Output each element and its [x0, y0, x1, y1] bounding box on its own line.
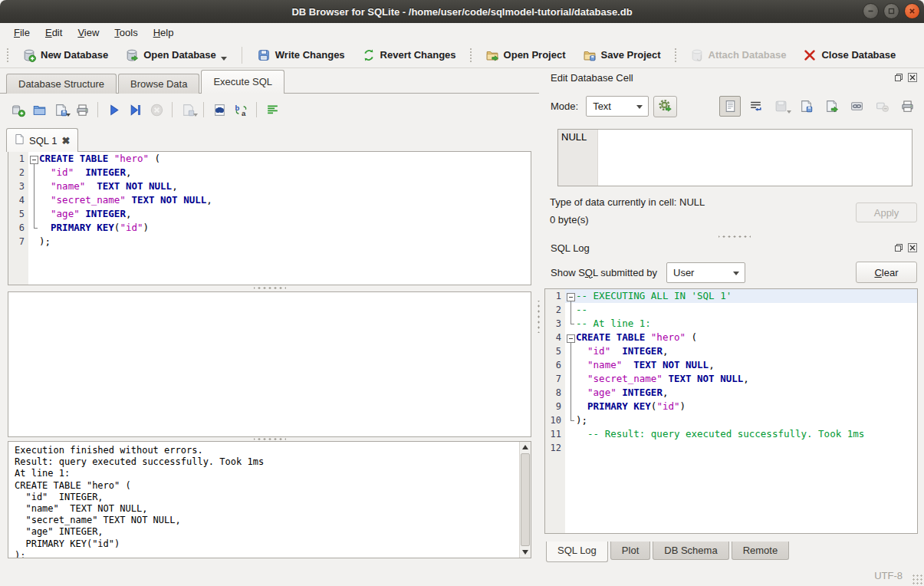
encoding-indicator[interactable]: UTF-8	[874, 570, 903, 581]
code-line: 6 PRIMARY KEY("id")	[8, 221, 531, 235]
open-project-button[interactable]: Open Project	[478, 45, 573, 65]
maximize-icon[interactable]	[883, 3, 899, 19]
bottom-tab-plot[interactable]: Plot	[610, 542, 650, 560]
stop-button[interactable]	[146, 100, 166, 120]
dropdown-caret-icon[interactable]	[221, 57, 227, 61]
resize-grip-icon[interactable]	[912, 574, 922, 584]
code-line: 4 "secret_name" TEXT NOT NULL,	[8, 193, 531, 207]
tab-browse-data[interactable]: Browse Data	[118, 74, 199, 94]
close-icon[interactable]	[904, 3, 920, 19]
code-line: 4CREATE TABLE "hero" (	[545, 331, 917, 344]
tab-execute-sql[interactable]: Execute SQL	[201, 70, 284, 94]
open-project-icon	[485, 48, 499, 62]
vertical-scrollbar[interactable]	[519, 442, 531, 558]
menu-tools[interactable]: Tools	[107, 25, 145, 41]
menu-help[interactable]: Help	[146, 25, 182, 41]
tab-database-structure[interactable]: Database Structure	[6, 74, 117, 94]
code-line: 2--	[545, 303, 917, 317]
dock-splitter-handle[interactable]	[718, 235, 751, 239]
import-data-button[interactable]	[770, 96, 791, 117]
dock-close-icon[interactable]	[908, 243, 918, 253]
copy-link-button[interactable]	[846, 96, 867, 117]
toolbar-separator	[203, 102, 204, 117]
new-sql-tab-button[interactable]	[8, 100, 28, 120]
results-grid-pane[interactable]	[8, 291, 531, 437]
scroll-down-icon[interactable]	[520, 547, 531, 558]
dock-float-icon[interactable]	[894, 73, 904, 83]
sql-tab-label: SQL 1	[29, 135, 57, 146]
bottom-tab-sql-log[interactable]: SQL Log	[546, 542, 608, 562]
dropdown-caret-icon[interactable]	[193, 114, 198, 117]
dock-float-icon[interactable]	[894, 243, 904, 253]
panel-splitter[interactable]	[537, 69, 543, 564]
clear-button[interactable]: Clear	[856, 262, 917, 283]
toolbar-button-label: Open Project	[504, 49, 566, 61]
dock-close-icon[interactable]	[908, 73, 918, 83]
find-icon	[212, 103, 227, 117]
splitter-handle[interactable]	[254, 286, 286, 290]
save-results-button[interactable]	[178, 100, 198, 120]
save-sql-file-button[interactable]	[51, 100, 71, 120]
apply-button[interactable]: Apply	[856, 202, 917, 222]
minimize-icon[interactable]	[863, 3, 879, 19]
save-project-button[interactable]: Save Project	[576, 45, 668, 65]
code-line: 3 "name" TEXT NOT NULL,	[8, 179, 531, 193]
print-button[interactable]	[896, 96, 918, 117]
cell-value: NULL	[558, 130, 598, 186]
tab-close-icon[interactable]: ✖	[61, 135, 70, 146]
title-bar[interactable]: DB Browser for SQLite - /home/user/code/…	[0, 0, 924, 23]
edit-cell-dock-header: Edit Database Cell	[551, 71, 918, 84]
toolbar-separator	[97, 102, 98, 117]
mode-value: Text	[593, 100, 611, 112]
print-button[interactable]	[72, 100, 92, 120]
format-sql-button[interactable]	[262, 100, 282, 120]
fold-marker-icon[interactable]	[565, 289, 576, 303]
code-line: 7);	[8, 235, 531, 249]
sql-log-dock-header: SQL Log	[551, 241, 918, 255]
menu-edit[interactable]: Edit	[38, 25, 70, 41]
menu-view[interactable]: View	[70, 25, 107, 41]
execute-all-button[interactable]	[104, 100, 123, 120]
open-sql-file-button[interactable]	[29, 100, 49, 120]
scroll-up-icon[interactable]	[520, 442, 531, 453]
dock-area: Edit Database Cell Mode: Text NULL Type …	[544, 67, 924, 564]
find-replace-button[interactable]: ba	[231, 100, 251, 120]
auto-apply-button[interactable]	[653, 96, 677, 117]
open-database-button[interactable]: Open Database	[118, 45, 234, 65]
mode-select[interactable]: Text	[586, 96, 649, 117]
set-null-button[interactable]	[871, 96, 893, 117]
execute-line-button[interactable]	[125, 100, 145, 120]
execution-log-pane[interactable]: Execution finished without errors. Resul…	[8, 441, 531, 558]
export-data-button[interactable]	[795, 96, 817, 117]
bottom-tab-db-schema[interactable]: DB Schema	[653, 542, 728, 560]
open-sql-file-icon	[32, 103, 47, 117]
cell-value-editor[interactable]: NULL	[557, 129, 912, 186]
bottom-tab-remote[interactable]: Remote	[732, 542, 790, 560]
code-line: 12	[545, 441, 917, 455]
scrollbar-thumb[interactable]	[521, 453, 530, 546]
cell-editor-toolbar	[719, 95, 918, 117]
open-external-button[interactable]	[820, 96, 842, 117]
sql-editor[interactable]: 1CREATE TABLE "hero" (2 "id" INTEGER,3 "…	[8, 151, 531, 285]
write-changes-button[interactable]: Write Changes	[250, 45, 352, 65]
new-database-button[interactable]: New Database	[15, 45, 115, 65]
dropdown-caret-icon[interactable]	[66, 114, 71, 117]
attach-database-button[interactable]: Attach Database	[683, 45, 794, 65]
dropdown-caret-icon[interactable]	[787, 110, 791, 114]
toolbar-button-label: Attach Database	[709, 49, 787, 61]
toolbar-button-label: Close Database	[821, 49, 896, 61]
sql-tab[interactable]: SQL 1 ✖	[6, 128, 78, 152]
menu-file[interactable]: File	[6, 25, 38, 41]
fold-marker-icon[interactable]	[28, 152, 39, 166]
close-database-button[interactable]: Close Database	[796, 45, 903, 65]
cell-edit-area[interactable]	[598, 130, 912, 186]
open-database-icon	[125, 48, 139, 62]
revert-changes-button[interactable]: Revert Changes	[355, 45, 463, 65]
word-wrap-button[interactable]	[745, 96, 766, 117]
fold-marker-icon[interactable]	[565, 331, 576, 344]
text-mode-button[interactable]	[719, 96, 741, 117]
submitted-by-select[interactable]: User	[666, 262, 745, 283]
sql-log-view[interactable]: 1-- EXECUTING ALL IN 'SQL 1'2--3-- At li…	[544, 288, 918, 534]
toolbar-separator	[172, 102, 173, 117]
find-button[interactable]	[209, 100, 229, 120]
